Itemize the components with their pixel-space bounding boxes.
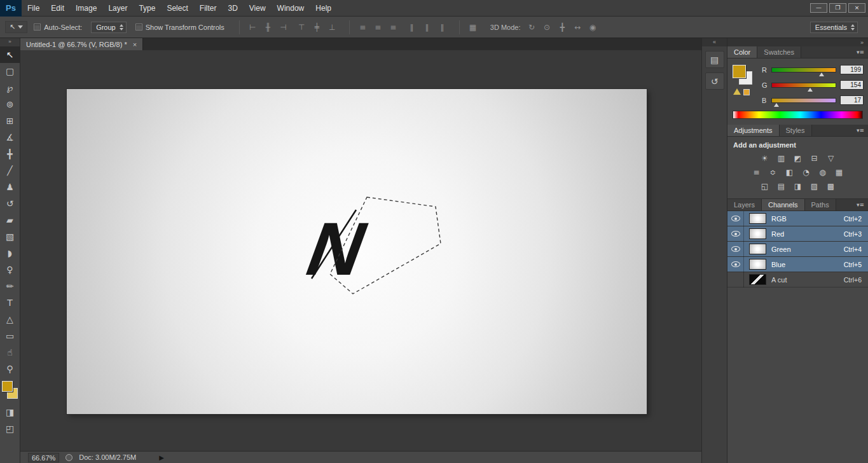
minimize-button[interactable]: — — [810, 3, 827, 13]
channel-row-a-cut[interactable]: A cut Ctrl+6 — [727, 272, 868, 287]
exposure-icon[interactable]: ⊟ — [807, 153, 822, 164]
workspace-switcher[interactable]: Essentials — [810, 22, 858, 33]
color-balance-icon[interactable]: ≎ — [766, 167, 780, 178]
threshold-icon[interactable]: ◨ — [790, 181, 805, 192]
hue-saturation-icon[interactable]: ≡ — [749, 167, 764, 178]
channel-row-red[interactable]: Red Ctrl+3 — [727, 226, 868, 242]
adjustments-panel-menu-icon[interactable]: ▾≡ — [853, 125, 868, 136]
channel-row-blue[interactable]: Blue Ctrl+5 — [727, 257, 868, 272]
zoom-level-field[interactable]: 66.67% — [28, 453, 59, 462]
red-value-field[interactable]: 199 — [840, 65, 864, 74]
close-button[interactable]: × — [848, 3, 865, 13]
clone-stamp-tool[interactable]: ♟ — [0, 179, 20, 195]
zoom-tool[interactable]: ⚲ — [0, 361, 20, 377]
auto-select-dropdown[interactable]: Group — [91, 22, 127, 33]
3d-slide-icon[interactable]: ↔ — [570, 21, 585, 34]
blue-value-field[interactable]: 17 — [840, 95, 864, 105]
align-horizontal-centers-icon[interactable]: ╫ — [261, 21, 275, 34]
tab-styles[interactable]: Styles — [780, 125, 812, 136]
move-tool[interactable]: ↖ — [0, 46, 20, 63]
blue-slider-thumb[interactable] — [774, 103, 779, 107]
gamut-swatch[interactable] — [743, 89, 750, 95]
foreground-color-swatch[interactable] — [2, 381, 13, 392]
path-selection-tool[interactable]: △ — [0, 311, 20, 328]
tab-paths[interactable]: Paths — [805, 199, 836, 211]
align-left-edges-icon[interactable]: ⊢ — [245, 21, 260, 34]
quick-selection-tool[interactable]: ⊚ — [0, 96, 20, 113]
menu-3d[interactable]: 3D — [222, 0, 243, 17]
history-panel-icon[interactable]: ↺ — [705, 73, 724, 90]
color-spectrum-ramp[interactable] — [733, 111, 863, 119]
visibility-toggle[interactable] — [727, 211, 744, 226]
photo-filter-icon[interactable]: ◔ — [799, 167, 813, 178]
align-top-edges-icon[interactable]: ⊤ — [294, 21, 309, 34]
menu-help[interactable]: Help — [310, 0, 337, 17]
blur-tool[interactable]: ◗ — [0, 245, 20, 261]
lasso-tool[interactable]: ℘ — [0, 79, 20, 96]
menu-layer[interactable]: Layer — [102, 0, 133, 17]
red-slider-thumb[interactable] — [819, 73, 824, 76]
auto-align-layers-icon[interactable]: ▦ — [465, 21, 480, 34]
hand-tool[interactable]: ☝ — [0, 344, 20, 361]
channel-row-rgb[interactable]: RGB Ctrl+2 — [727, 211, 868, 226]
selective-color-icon[interactable]: ▩ — [823, 181, 838, 192]
auto-select-checkbox[interactable] — [34, 24, 41, 31]
align-vertical-centers-icon[interactable]: ╪ — [310, 21, 324, 34]
menu-type[interactable]: Type — [133, 0, 161, 17]
rectangle-tool[interactable]: ▭ — [0, 328, 20, 344]
eyedropper-tool[interactable]: ∡ — [0, 129, 20, 146]
tab-swatches[interactable]: Swatches — [757, 46, 801, 58]
channel-row-green[interactable]: Green Ctrl+4 — [727, 242, 868, 257]
menu-select[interactable]: Select — [161, 0, 193, 17]
levels-icon[interactable]: ▥ — [774, 153, 789, 164]
screen-mode-button[interactable]: ◰ — [0, 420, 20, 437]
align-right-edges-icon[interactable]: ⊣ — [276, 21, 291, 34]
show-transform-controls-checkbox[interactable] — [135, 24, 142, 31]
document-tab[interactable]: Untitled-1 @ 66.7% (V, RGB/8) * × — [20, 38, 143, 50]
type-tool[interactable]: T — [0, 294, 20, 311]
distribute-top-edges-icon[interactable]: ≡ — [355, 21, 370, 34]
eraser-tool[interactable]: ▰ — [0, 212, 20, 228]
color-lookup-icon[interactable]: ▦ — [832, 167, 846, 178]
channel-mixer-icon[interactable]: ◍ — [815, 167, 830, 178]
distribute-right-edges-icon[interactable]: ∥ — [435, 21, 450, 34]
dock-expand-arrows[interactable]: « — [702, 38, 727, 46]
dodge-tool[interactable]: ♀ — [0, 261, 20, 278]
green-value-field[interactable]: 154 — [840, 80, 864, 90]
foreground-color-swatch[interactable] — [733, 65, 746, 78]
gamut-warning-icon[interactable] — [733, 88, 741, 95]
menu-view[interactable]: View — [244, 0, 272, 17]
posterize-icon[interactable]: ▤ — [774, 181, 789, 192]
tab-layers[interactable]: Layers — [727, 199, 762, 211]
quick-mask-button[interactable]: ◨ — [0, 404, 20, 420]
tab-close-icon[interactable]: × — [133, 41, 137, 48]
menu-edit[interactable]: Edit — [45, 0, 70, 17]
menu-file[interactable]: File — [22, 0, 45, 17]
3d-scale-icon[interactable]: ◉ — [586, 21, 600, 34]
menu-window[interactable]: Window — [272, 0, 310, 17]
distribute-left-edges-icon[interactable]: ∥ — [404, 21, 419, 34]
canvas-pasteboard[interactable]: N — [20, 50, 701, 451]
rectangular-marquee-tool[interactable]: ▢ — [0, 63, 20, 79]
black-white-icon[interactable]: ◧ — [782, 167, 797, 178]
status-expand-arrow-icon[interactable]: ▶ — [159, 454, 164, 461]
dock-collapse-arrows[interactable]: » — [727, 38, 868, 46]
channels-panel-menu-icon[interactable]: ▾≡ — [853, 199, 868, 211]
tab-adjustments[interactable]: Adjustments — [727, 125, 780, 136]
tab-color[interactable]: Color — [727, 46, 757, 58]
visibility-toggle[interactable] — [727, 226, 744, 242]
toolbar-collapse-arrows[interactable]: » — [0, 38, 20, 46]
3d-roll-icon[interactable]: ⊙ — [540, 21, 555, 34]
pen-tool[interactable]: ✏ — [0, 278, 20, 294]
visibility-toggle[interactable] — [727, 257, 744, 272]
distribute-vertical-centers-icon[interactable]: ≡ — [371, 21, 385, 34]
document-canvas[interactable]: N — [67, 89, 647, 414]
visibility-toggle[interactable] — [727, 242, 744, 257]
spot-healing-brush-tool[interactable]: ╋ — [0, 146, 20, 162]
menu-filter[interactable]: Filter — [194, 0, 223, 17]
green-slider-thumb[interactable] — [808, 88, 813, 92]
curves-icon[interactable]: ◩ — [790, 153, 805, 164]
invert-icon[interactable]: ◱ — [757, 181, 772, 192]
color-panel-menu-icon[interactable]: ▾≡ — [853, 46, 868, 58]
tool-preset-picker[interactable]: ↖ — [5, 21, 27, 33]
